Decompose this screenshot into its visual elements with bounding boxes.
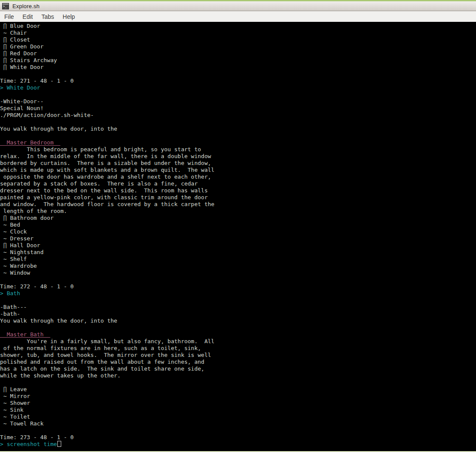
terminal-line: ∏ Bathroom door bbox=[0, 215, 476, 222]
terminal-line: painted a yellow-pink color, with classi… bbox=[0, 194, 476, 201]
terminal-line: dresser next to the bed on the wall side… bbox=[0, 187, 476, 194]
terminal-line: of the normal fixtures are in here, such… bbox=[0, 345, 476, 352]
terminal-line: You walk through the door, into the bbox=[0, 126, 476, 132]
terminal-line: Time: 272 - 48 - 1 - 0 bbox=[0, 283, 476, 290]
terminal-line: ∏ Hall Door bbox=[0, 242, 476, 249]
menu-edit[interactable]: Edit bbox=[23, 13, 33, 20]
terminal-line bbox=[0, 71, 476, 78]
terminal-line: ~ Dresser bbox=[0, 235, 476, 242]
terminal-line: which is made up with soft blankets and … bbox=[0, 167, 476, 174]
terminal-line bbox=[0, 324, 476, 331]
terminal-line: -White-Door-- bbox=[0, 98, 476, 105]
terminal-line: Time: 273 - 48 - 1 - 0 bbox=[0, 434, 476, 441]
window-title: Explore.sh bbox=[12, 3, 39, 9]
terminal-line: You're in a fairly small, but also fancy… bbox=[0, 338, 476, 345]
room-heading-line: Master Bath bbox=[0, 331, 476, 338]
terminal-line: ∏ Leave bbox=[0, 386, 476, 393]
room-heading-line: Master Bedroom bbox=[0, 139, 476, 146]
terminal-line: length of the room. bbox=[0, 208, 476, 215]
title-bar[interactable]: >_ Explore.sh bbox=[0, 1, 476, 11]
terminal-line: ∏ Blue Door bbox=[0, 23, 476, 30]
terminal-line: ~ Wardrobe bbox=[0, 263, 476, 269]
terminal-line bbox=[0, 119, 476, 126]
terminal-line: bordered by curtains. There is a sizable… bbox=[0, 160, 476, 167]
terminal-line: ~ Bed bbox=[0, 222, 476, 228]
terminal-line: -Bath--- bbox=[0, 304, 476, 311]
terminal-line: ~ Chair bbox=[0, 30, 476, 36]
terminal-line bbox=[0, 276, 476, 283]
terminal-line: You walk through the door, into the bbox=[0, 317, 476, 324]
terminal-line: ~ Mirror bbox=[0, 393, 476, 400]
terminal-line: ~ Nightstand bbox=[0, 249, 476, 256]
terminal-line: -bath- bbox=[0, 311, 476, 317]
terminal-line: relax. In the middle of the far wall, th… bbox=[0, 153, 476, 160]
menu-help[interactable]: Help bbox=[62, 13, 75, 20]
terminal-line: Special Noun! bbox=[0, 105, 476, 112]
command-line: > screenshot time bbox=[0, 441, 476, 448]
menu-bar: File Edit Tabs Help bbox=[0, 11, 476, 22]
terminal-icon: >_ bbox=[2, 3, 9, 9]
terminal-line bbox=[0, 427, 476, 434]
terminal-line: ∏ Red Door bbox=[0, 50, 476, 57]
terminal-cursor bbox=[57, 441, 61, 447]
terminal-line: This bedroom is peaceful and bright, so … bbox=[0, 146, 476, 153]
prompt-line: > Bath bbox=[0, 290, 476, 297]
prompt-line: > White Door bbox=[0, 84, 476, 91]
terminal-line: ~ Toilet bbox=[0, 413, 476, 420]
terminal-line: ~ Window bbox=[0, 269, 476, 276]
terminal-line: and window. The hardwood floor is covere… bbox=[0, 201, 476, 208]
menu-file[interactable]: File bbox=[4, 13, 14, 20]
terminal-output[interactable]: ∏ Blue Door ~ Chair ∏ Closet ∏ Green Doo… bbox=[0, 22, 476, 451]
terminal-line bbox=[0, 297, 476, 304]
terminal-line: has a latch on the side. The sink and to… bbox=[0, 365, 476, 372]
terminal-line: ~ Sink bbox=[0, 407, 476, 413]
terminal-line: ∏ Closet bbox=[0, 36, 476, 43]
terminal-line: ∏ White Door bbox=[0, 64, 476, 71]
menu-tabs[interactable]: Tabs bbox=[42, 13, 54, 20]
terminal-line: ∏ Green Door bbox=[0, 43, 476, 50]
terminal-line: ~ Shelf bbox=[0, 256, 476, 263]
terminal-line: while the shower takes up the other. bbox=[0, 372, 476, 379]
terminal-line: ~ Towel Rack bbox=[0, 420, 476, 427]
terminal-line bbox=[0, 132, 476, 139]
terminal-line bbox=[0, 91, 476, 98]
terminal-line: ~ Clock bbox=[0, 228, 476, 235]
terminal-line: ~ Shower bbox=[0, 400, 476, 407]
terminal-line: opposite the door has wardrobe and a she… bbox=[0, 174, 476, 180]
terminal-line: ∏ Stairs Archway bbox=[0, 57, 476, 64]
terminal-line: polished and raised out from the wall ab… bbox=[0, 359, 476, 365]
terminal-line: Time: 271 - 48 - 1 - 0 bbox=[0, 78, 476, 84]
terminal-line: shower, tub, and towel hooks. The mirror… bbox=[0, 352, 476, 359]
terminal-line: ./PRGM/action/door.sh-white- bbox=[0, 112, 476, 119]
terminal-line: separated by a stack of boxes. There is … bbox=[0, 180, 476, 187]
terminal-line bbox=[0, 379, 476, 386]
terminal-icon-glyph: >_ bbox=[3, 5, 9, 9]
